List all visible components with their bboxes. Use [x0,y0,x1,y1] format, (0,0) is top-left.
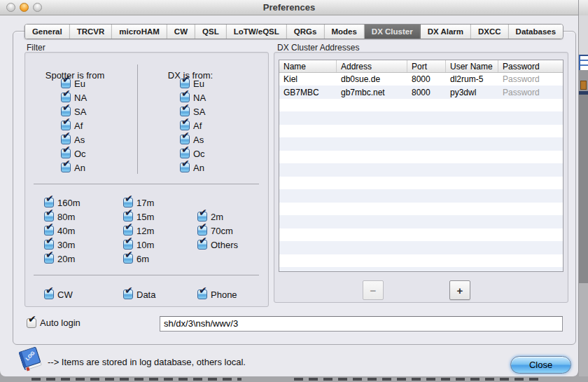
checkbox-6m[interactable] [123,254,133,264]
auto-login-checkbox[interactable] [27,318,36,328]
checkbox-row-cw: CW [44,289,73,300]
column-header-name[interactable]: Name [279,60,337,72]
checkbox-label-data: Data [136,289,155,300]
checkbox-label-na: NA [74,93,87,103]
checkbox-label-12m: 12m [136,226,154,236]
checkbox-row-an: An [180,162,206,173]
checkbox-label-eu: Eu [193,79,204,89]
checkbox-label-70cm: 70cm [211,226,233,236]
close-button[interactable]: Close [510,356,571,374]
checkbox-phone[interactable] [197,289,207,299]
checkbox-10m[interactable] [123,240,133,250]
window-title: Preferences [0,2,578,13]
checkbox-oc[interactable] [180,149,190,158]
cluster-address-table[interactable]: NameAddressPortUser NamePassword Kieldb0… [279,60,564,272]
tab-databases[interactable]: Databases [509,25,564,39]
checkbox-12m[interactable] [123,226,133,236]
checkbox-an[interactable] [180,163,190,172]
remove-address-button[interactable]: − [363,280,384,300]
checkbox-label-6m: 6m [136,254,149,264]
tab-microham[interactable]: microHAM [112,25,167,39]
checkbox-an[interactable] [61,163,71,172]
checkbox-oc[interactable] [61,149,71,158]
checkbox-label-30m: 30m [57,240,75,250]
checkbox-80m[interactable] [44,212,54,221]
checkbox-label-oc: Oc [74,149,86,159]
checkbox-na[interactable] [180,93,190,102]
storage-note: --> Items are stored in log database, ot… [48,357,246,367]
column-header-user-name[interactable]: User Name [446,60,498,72]
cell-port: 8000 [407,74,446,84]
table-body[interactable]: Kieldb0sue.de8000dl2rum-5PasswordGB7MBCg… [279,73,563,271]
preferences-window: Preferences GeneralTRCVRmicroHAMCWQSLLoT… [0,0,579,376]
cluster-group-label: DX Cluster Addresses [277,43,359,53]
checkbox-label-an: An [193,163,204,173]
column-header-address[interactable]: Address [337,60,407,72]
table-row[interactable]: GB7MBCgb7mbc.net8000py3dwlPassword [279,86,563,100]
tab-dx-cluster[interactable]: DX Cluster [365,25,421,39]
checkbox-row-others: Others [197,239,238,250]
background-table-fragment [579,55,588,71]
checkbox-sa[interactable] [61,107,71,116]
checkbox-eu[interactable] [61,79,71,88]
filter-divider-1 [34,184,259,184]
cell-name: GB7MBC [279,88,337,97]
filter-vertical-divider [137,64,138,174]
checkbox-20m[interactable] [44,254,54,264]
checkbox-as[interactable] [180,135,190,144]
checkbox-label-eu: Eu [74,79,85,89]
checkbox-row-phone: Phone [197,289,237,300]
checkbox-label-40m: 40m [57,226,75,236]
titlebar[interactable]: Preferences [0,0,578,15]
band-checkboxes-col1: 160m80m40m30m20m [44,197,80,264]
tab-cw[interactable]: CW [167,25,195,39]
tab-modes[interactable]: Modes [324,25,364,39]
checkbox-as[interactable] [61,135,71,144]
tab-lotw-eqsl[interactable]: LoTW/eQSL [227,25,287,39]
tab-qrgs[interactable]: QRGs [287,25,325,39]
checkbox-af[interactable] [180,121,190,130]
checkbox-sa[interactable] [180,107,190,116]
table-header: NameAddressPortUser NamePassword [279,60,563,73]
table-row[interactable]: Kieldb0sue.de8000dl2rum-5Password [279,73,563,86]
cell-name: Kiel [279,74,337,84]
checkbox-label-160m: 160m [57,198,80,208]
tab-general[interactable]: General [25,25,70,39]
checkbox-row-data: Data [123,289,155,300]
tab-qsl[interactable]: QSL [195,25,227,39]
checkbox-40m[interactable] [44,226,54,236]
mode-checkbox-phone: Phone [197,289,237,300]
checkbox-label-sa: SA [74,107,86,117]
checkbox-160m[interactable] [44,198,54,207]
checkbox-af[interactable] [61,121,71,130]
auto-login-command-input[interactable]: sh/dx/3\nsh/wwv/3 [160,316,563,332]
band-checkboxes-col2: 17m15m12m10m6m [123,197,154,264]
checkbox-label-cw: CW [57,289,73,300]
checkbox-others[interactable] [197,240,207,250]
checkbox-30m[interactable] [44,240,54,250]
tab-dx-alarm[interactable]: DX Alarm [421,25,471,39]
checkbox-2m[interactable] [197,212,207,221]
checkbox-na[interactable] [61,93,71,102]
dx-continent-checkboxes: EuNASAAfAsOcAn [180,78,206,173]
checkbox-data[interactable] [123,289,133,299]
column-header-port[interactable]: Port [407,60,446,72]
checkbox-label-na: NA [193,93,206,103]
checkbox-70cm[interactable] [197,226,207,236]
checkbox-17m[interactable] [123,198,133,207]
background-text-fragment [31,378,241,381]
add-address-button[interactable]: + [449,280,470,300]
checkbox-eu[interactable] [180,79,190,88]
checkbox-label-as: As [193,135,204,145]
checkbox-15m[interactable] [123,212,133,221]
checkbox-row-6m: 6m [123,253,154,264]
checkbox-cw[interactable] [44,289,54,299]
checkbox-label-17m: 17m [136,198,154,208]
column-header-password[interactable]: Password [498,60,563,72]
tab-trcvr[interactable]: TRCVR [70,25,113,39]
checkbox-row-20m: 20m [44,253,80,264]
mode-checkbox-data: Data [123,289,155,300]
checkbox-label-phone: Phone [211,289,237,300]
tab-dxcc[interactable]: DXCC [471,25,509,39]
background-navy-line [579,91,588,95]
